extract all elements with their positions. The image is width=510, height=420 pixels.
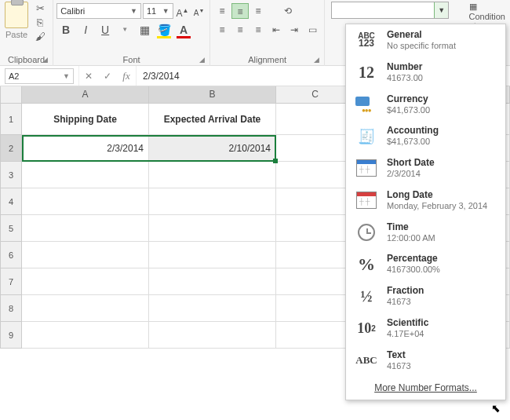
format-fraction[interactable]: ½ Fraction41673 — [346, 280, 505, 312]
cell[interactable] — [149, 295, 276, 322]
name-box[interactable]: A2 ▼ — [5, 68, 74, 84]
format-short-date[interactable]: Short Date2/3/2014 — [346, 152, 505, 184]
merge-cells-icon[interactable]: ▭ — [304, 22, 321, 38]
col-header-A[interactable]: A — [22, 86, 149, 104]
cell-A2[interactable]: 2/3/2014 — [22, 135, 149, 162]
format-general[interactable]: ABC123 GeneralNo specific format — [346, 24, 505, 57]
more-number-formats[interactable]: More Number Formats... — [346, 376, 505, 400]
bold-button[interactable]: B — [56, 22, 75, 39]
row-header[interactable]: 8 — [0, 295, 22, 322]
increase-font-icon[interactable]: A▲ — [175, 3, 190, 19]
number-format-dropdown: ABC123 GeneralNo specific format 12 Numb… — [345, 24, 506, 400]
select-all-corner[interactable] — [0, 86, 22, 104]
format-currency[interactable]: Currency$41,673.00 — [346, 89, 505, 121]
cell[interactable] — [149, 322, 276, 349]
italic-button[interactable]: I — [76, 22, 95, 39]
cell[interactable] — [149, 215, 276, 242]
row-header[interactable]: 3 — [0, 162, 22, 188]
font-name-combo[interactable]: Calibri▼ — [56, 3, 141, 19]
cell[interactable] — [276, 215, 355, 242]
font-name-value: Calibri — [60, 6, 85, 16]
cell[interactable] — [276, 268, 355, 295]
format-long-date[interactable]: Long DateMonday, February 3, 2014 — [346, 184, 505, 217]
cell-C2[interactable] — [276, 135, 355, 162]
conditional-format-cut[interactable]: ▦ Condition — [469, 2, 505, 21]
cut-icon[interactable]: ✂ — [31, 2, 49, 16]
row-header[interactable]: 1 — [0, 104, 22, 135]
format-number[interactable]: 12 Number41673.00 — [346, 57, 505, 89]
cell[interactable] — [149, 188, 276, 215]
row-header[interactable]: 4 — [0, 188, 22, 215]
align-right-icon[interactable]: ≡ — [250, 22, 267, 38]
align-top-icon[interactable]: ≡ — [213, 3, 231, 19]
cell[interactable] — [22, 162, 149, 188]
format-scientific[interactable]: 102 Scientific4.17E+04 — [346, 312, 505, 345]
row-header[interactable]: 6 — [0, 242, 22, 268]
cell-B2[interactable]: 2/10/2014 — [149, 135, 276, 162]
group-clipboard: Paste ✂ ⎘ 🖌 Clipboard ◢ — [0, 0, 53, 66]
font-color-button[interactable]: A — [174, 22, 193, 39]
cell[interactable] — [276, 162, 355, 188]
short-date-icon — [354, 157, 379, 179]
orientation-icon[interactable]: ⟲ — [279, 3, 297, 19]
font-dialog-launcher[interactable]: ◢ — [199, 56, 207, 64]
decrease-indent-icon[interactable]: ⇤ — [268, 22, 285, 38]
number-format-combo[interactable]: ▼ — [331, 2, 449, 19]
cell[interactable] — [149, 268, 276, 295]
border-button[interactable]: ▦ — [135, 22, 154, 39]
underline-drop-icon[interactable]: ▼ — [115, 22, 134, 39]
underline-button[interactable]: U — [96, 22, 115, 39]
name-box-value: A2 — [9, 71, 19, 81]
cell[interactable] — [22, 188, 149, 215]
paste-icon — [5, 2, 28, 28]
font-size-combo[interactable]: 11▼ — [143, 3, 173, 19]
fx-icon[interactable]: fx — [117, 70, 136, 82]
cell[interactable] — [149, 162, 276, 188]
format-accounting[interactable]: 🧾 Accounting$41,673.00 — [346, 120, 505, 152]
increase-indent-icon[interactable]: ⇥ — [286, 22, 303, 38]
decrease-font-icon[interactable]: A▼ — [191, 3, 206, 19]
row-header[interactable]: 2 — [0, 135, 22, 162]
percentage-icon: % — [354, 254, 379, 276]
cell[interactable] — [22, 295, 149, 322]
cell[interactable] — [22, 242, 149, 268]
align-left-icon[interactable]: ≡ — [213, 22, 231, 38]
paste-button[interactable]: Paste — [3, 2, 30, 49]
row-header[interactable]: 9 — [0, 322, 22, 349]
group-font: Calibri▼ 11▼ A▲ A▼ B I U ▼ ▦ 🪣 A Font ◢ — [53, 0, 210, 66]
cell[interactable] — [276, 322, 355, 349]
align-bottom-icon[interactable]: ≡ — [250, 3, 267, 19]
cell[interactable] — [22, 268, 149, 295]
row-header[interactable]: 5 — [0, 215, 22, 242]
text-icon: ABC — [354, 349, 379, 371]
cell-A1[interactable]: Shipping Date — [22, 104, 149, 135]
format-percentage[interactable]: % Percentage4167300.00% — [346, 248, 505, 280]
number-icon: 12 — [354, 61, 379, 83]
enter-icon[interactable]: ✓ — [98, 71, 117, 82]
col-header-C[interactable]: C — [276, 86, 355, 104]
cell[interactable] — [149, 242, 276, 268]
cell-C1[interactable] — [276, 104, 355, 135]
cell-B1[interactable]: Expected Arrival Date — [149, 104, 276, 135]
cell[interactable] — [276, 295, 355, 322]
clipboard-dialog-launcher[interactable]: ◢ — [42, 56, 50, 64]
cell[interactable] — [22, 215, 149, 242]
row-header[interactable]: 7 — [0, 268, 22, 295]
format-painter-icon[interactable]: 🖌 — [31, 30, 49, 44]
col-header-B[interactable]: B — [149, 86, 276, 104]
cell[interactable] — [22, 322, 149, 349]
paste-label: Paste — [3, 30, 30, 39]
cancel-icon[interactable]: ✕ — [79, 71, 98, 82]
fill-color-button[interactable]: 🪣 — [155, 22, 173, 39]
number-format-value — [332, 2, 335, 13]
cell[interactable] — [276, 188, 355, 215]
fill-handle[interactable] — [273, 159, 278, 163]
copy-icon[interactable]: ⎘ — [31, 16, 49, 30]
cell[interactable] — [276, 242, 355, 268]
align-center-icon[interactable]: ≡ — [231, 22, 249, 38]
format-time[interactable]: Time12:00:00 AM — [346, 217, 505, 249]
align-middle-icon[interactable]: ≡ — [231, 3, 249, 19]
format-text[interactable]: ABC Text41673 — [346, 345, 505, 377]
chevron-down-icon: ▼ — [162, 7, 169, 15]
alignment-dialog-launcher[interactable]: ◢ — [314, 56, 322, 64]
